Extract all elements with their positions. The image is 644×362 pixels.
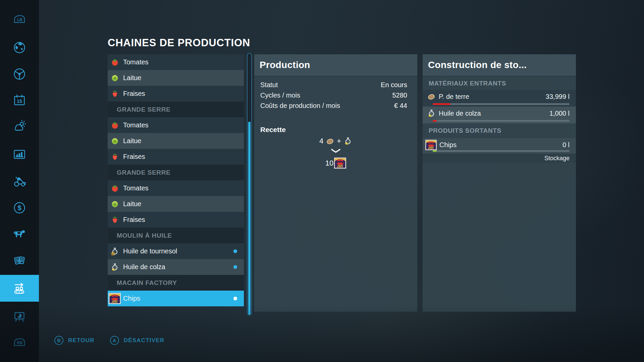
shoulder-rb-icon: RB (12, 335, 27, 350)
tomato-icon (110, 121, 119, 130)
outputs-section-header: PRODUITS SORTANTS (423, 123, 576, 138)
recipe-title: Recette (260, 126, 286, 134)
list-section-header: MACAIN FACTORY (108, 275, 244, 291)
production-list-item-chips[interactable]: Chips (108, 291, 244, 306)
stat-row: Cycles / mois5280 (254, 90, 417, 101)
gamepad-hint-désactiver[interactable]: ADÉSACTIVER (110, 336, 165, 345)
production-list-item-laitue[interactable]: Laitue (108, 196, 244, 212)
lettuce-icon (110, 74, 119, 82)
production-panel: Production StatutEn coursCycles / mois52… (254, 54, 417, 312)
stat-label: Statut (260, 81, 278, 89)
sidebar-item-statistics[interactable] (0, 141, 39, 168)
production-list-item-tomates[interactable]: Tomates (108, 117, 244, 133)
weather-icon (12, 119, 27, 134)
production-list-item-fraises[interactable]: Fraises (108, 86, 244, 102)
lettuce-icon (110, 137, 119, 145)
production-panel-header: Production (254, 54, 417, 76)
sidebar-item-weather[interactable] (0, 113, 39, 140)
svg-text:$: $ (17, 204, 21, 212)
tomato-icon (110, 58, 119, 67)
recipe-inputs: 4 + (254, 137, 417, 145)
production-chains-screen: LB15$RB CHAINES DE PRODUCTION TomatesLai… (0, 0, 644, 362)
tomato-icon (110, 184, 119, 193)
stat-label: Coûts de production / mois (260, 102, 340, 110)
sidebar-item-animals[interactable] (0, 221, 39, 247)
production-list-item-tomates[interactable]: Tomates (108, 54, 244, 70)
chips-bag-icon (109, 293, 121, 304)
svg-text:RB: RB (17, 341, 23, 345)
canola-oil-icon (343, 137, 352, 145)
stat-value: € 44 (394, 102, 407, 110)
material-name: P. de terre (439, 93, 469, 101)
stat-value: En cours (381, 81, 407, 89)
material-amount: 0 l (562, 141, 570, 149)
statistics-icon (12, 147, 27, 163)
page-title: CHAINES DE PRODUCTION (108, 37, 250, 49)
recipe-plus: + (337, 137, 341, 145)
garage-icon (12, 174, 27, 189)
strawberry-icon (110, 89, 119, 98)
list-section-header: GRANDE SERRE (108, 102, 244, 117)
shoulder-lb-icon: LB (12, 12, 27, 27)
material-amount: 1,000 l (549, 110, 570, 117)
storage-row-huile-de-colza: Huile de colza1,000 l (423, 107, 576, 123)
scrollbar-thumb[interactable] (248, 122, 251, 315)
storage-panel-title: Construction de sto... (428, 60, 527, 70)
storage-panel-header: Construction de sto... (423, 54, 576, 76)
stat-row: Coûts de production / mois€ 44 (254, 101, 417, 111)
production-list-item-huile-de-colza[interactable]: Huile de colza (108, 259, 244, 275)
production-list-item-laitue[interactable]: Laitue (108, 70, 244, 86)
production-stats: StatutEn coursCycles / mois5280Coûts de … (254, 80, 417, 111)
svg-text:LB: LB (17, 17, 22, 22)
finances-icon: $ (12, 200, 27, 216)
production-list: TomatesLaitueFraisesGRANDE SERRETomatesL… (108, 54, 244, 306)
map-icon (12, 40, 27, 55)
storage-panel: Construction de sto... MATÉRIAUX ENTRANT… (423, 54, 576, 312)
production-list-item-fraises[interactable]: Fraises (108, 212, 244, 228)
vehicles-icon (12, 66, 27, 82)
active-indicator-dot (233, 297, 237, 300)
strawberry-icon (110, 216, 119, 224)
production-list-item-tomates[interactable]: Tomates (108, 180, 244, 196)
canola-oil-icon (110, 263, 119, 272)
sidebar-item-calendar[interactable]: 15 (0, 87, 39, 114)
production-panel-title: Production (260, 60, 310, 70)
inputs-section-header: MATÉRIAUX ENTRANTS (423, 77, 576, 90)
recipe-input-quantity: 4 (319, 137, 323, 145)
button-b-icon: B (54, 336, 63, 345)
chips-bag-icon (334, 158, 346, 169)
sidebar-item-production-chains[interactable] (0, 275, 39, 302)
chevron-down-icon (254, 148, 417, 154)
production-list-item-laitue[interactable]: Laitue (108, 133, 244, 149)
contracts-icon (12, 253, 27, 268)
svg-text:15: 15 (17, 99, 22, 104)
fill-level-bar (433, 103, 570, 105)
recipe-output: 10 (254, 158, 417, 169)
active-indicator-dot (233, 249, 237, 253)
list-section-header: GRANDE SERRE (108, 165, 244, 180)
production-chains-icon (12, 281, 27, 296)
potato-icon (326, 137, 334, 145)
material-amount: 33,999 l (546, 93, 570, 101)
sunflower-oil-icon (110, 247, 119, 256)
construction-icon (12, 309, 27, 324)
sidebar-item-garage[interactable] (0, 168, 39, 195)
sidebar-item-map[interactable] (0, 34, 39, 61)
sidebar-item-finances[interactable]: $ (0, 194, 39, 221)
gamepad-hint-retour[interactable]: BRETOUR (54, 336, 95, 345)
sidebar-item-contracts[interactable] (0, 247, 39, 274)
sidebar-item-vehicles[interactable] (0, 61, 39, 87)
material-name: Chips (439, 141, 457, 149)
production-list-item-huile-de-tournesol[interactable]: Huile de tournesol (108, 243, 244, 259)
sidebar-item-shoulder-rb: RB (0, 329, 39, 356)
button-a-icon: A (110, 336, 119, 345)
active-indicator-dot (233, 265, 237, 269)
production-list-item-fraises[interactable]: Fraises (108, 149, 244, 165)
stat-value: 5280 (392, 92, 408, 99)
sidebar-item-shoulder-lb: LB (0, 6, 39, 33)
list-scrollbar[interactable] (247, 53, 252, 315)
sidebar: LB15$RB (0, 0, 39, 362)
sidebar-item-construction[interactable] (0, 303, 39, 330)
canola-oil-icon (427, 109, 436, 118)
lettuce-icon (110, 200, 119, 208)
